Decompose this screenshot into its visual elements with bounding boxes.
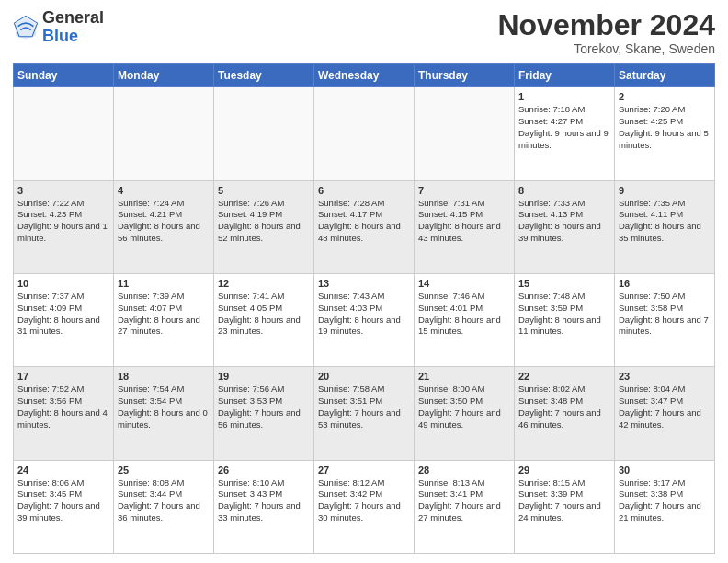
calendar-cell: 1Sunrise: 7:18 AM Sunset: 4:27 PM Daylig… (515, 87, 615, 180)
day-number: 18 (118, 371, 210, 382)
day-info: Sunrise: 8:10 AM Sunset: 3:43 PM Dayligh… (218, 477, 310, 524)
day-info: Sunrise: 7:18 AM Sunset: 4:27 PM Dayligh… (518, 104, 610, 151)
calendar-table: Sunday Monday Tuesday Wednesday Thursday… (13, 63, 715, 554)
day-info: Sunrise: 7:43 AM Sunset: 4:03 PM Dayligh… (318, 291, 410, 338)
week-row-4: 17Sunrise: 7:52 AM Sunset: 3:56 PM Dayli… (14, 367, 715, 460)
calendar-cell: 13Sunrise: 7:43 AM Sunset: 4:03 PM Dayli… (314, 273, 415, 366)
col-tuesday: Tuesday (214, 64, 314, 87)
day-info: Sunrise: 7:35 AM Sunset: 4:11 PM Dayligh… (619, 198, 711, 245)
title-block: November 2024 Torekov, Skane, Sweden (497, 9, 715, 56)
day-number: 19 (218, 371, 310, 382)
calendar-cell: 15Sunrise: 7:48 AM Sunset: 3:59 PM Dayli… (515, 273, 615, 366)
day-number: 23 (619, 371, 711, 382)
month-title: November 2024 (497, 9, 715, 41)
day-info: Sunrise: 7:52 AM Sunset: 3:56 PM Dayligh… (17, 384, 109, 431)
calendar-cell: 19Sunrise: 7:56 AM Sunset: 3:53 PM Dayli… (214, 367, 314, 460)
col-wednesday: Wednesday (314, 64, 415, 87)
calendar-cell: 7Sunrise: 7:31 AM Sunset: 4:15 PM Daylig… (415, 180, 515, 273)
logo-icon (13, 15, 39, 40)
day-number: 5 (218, 185, 310, 196)
day-number: 2 (619, 91, 711, 102)
calendar-cell (214, 87, 314, 180)
calendar-cell (314, 87, 415, 180)
day-info: Sunrise: 7:58 AM Sunset: 3:51 PM Dayligh… (318, 384, 410, 431)
day-number: 11 (118, 278, 210, 289)
day-number: 28 (418, 465, 510, 476)
logo: General Blue (13, 9, 104, 46)
calendar-cell: 22Sunrise: 8:02 AM Sunset: 3:48 PM Dayli… (515, 367, 615, 460)
day-info: Sunrise: 7:28 AM Sunset: 4:17 PM Dayligh… (318, 198, 410, 245)
calendar-cell: 2Sunrise: 7:20 AM Sunset: 4:25 PM Daylig… (615, 87, 715, 180)
location: Torekov, Skane, Sweden (497, 41, 715, 56)
logo-blue: Blue (42, 27, 78, 45)
day-number: 29 (518, 465, 610, 476)
calendar-cell: 9Sunrise: 7:35 AM Sunset: 4:11 PM Daylig… (615, 180, 715, 273)
header: General Blue November 2024 Torekov, Skan… (13, 9, 715, 56)
calendar-cell: 12Sunrise: 7:41 AM Sunset: 4:05 PM Dayli… (214, 273, 314, 366)
day-info: Sunrise: 7:24 AM Sunset: 4:21 PM Dayligh… (118, 198, 210, 245)
day-info: Sunrise: 8:17 AM Sunset: 3:38 PM Dayligh… (619, 477, 711, 524)
calendar-cell (415, 87, 515, 180)
col-thursday: Thursday (415, 64, 515, 87)
day-number: 13 (318, 278, 410, 289)
day-info: Sunrise: 8:08 AM Sunset: 3:44 PM Dayligh… (118, 477, 210, 524)
calendar-cell: 20Sunrise: 7:58 AM Sunset: 3:51 PM Dayli… (314, 367, 415, 460)
day-info: Sunrise: 7:20 AM Sunset: 4:25 PM Dayligh… (619, 104, 711, 151)
week-row-5: 24Sunrise: 8:06 AM Sunset: 3:45 PM Dayli… (14, 460, 715, 553)
day-number: 21 (418, 371, 510, 382)
day-info: Sunrise: 7:26 AM Sunset: 4:19 PM Dayligh… (218, 198, 310, 245)
day-number: 27 (318, 465, 410, 476)
day-number: 4 (118, 185, 210, 196)
day-info: Sunrise: 7:56 AM Sunset: 3:53 PM Dayligh… (218, 384, 310, 431)
day-info: Sunrise: 8:12 AM Sunset: 3:42 PM Dayligh… (318, 477, 410, 524)
day-info: Sunrise: 8:13 AM Sunset: 3:41 PM Dayligh… (418, 477, 510, 524)
day-info: Sunrise: 7:41 AM Sunset: 4:05 PM Dayligh… (218, 291, 310, 338)
calendar-cell: 4Sunrise: 7:24 AM Sunset: 4:21 PM Daylig… (114, 180, 214, 273)
col-monday: Monday (114, 64, 214, 87)
calendar-cell: 24Sunrise: 8:06 AM Sunset: 3:45 PM Dayli… (14, 460, 114, 553)
day-info: Sunrise: 8:00 AM Sunset: 3:50 PM Dayligh… (418, 384, 510, 431)
col-friday: Friday (515, 64, 615, 87)
day-number: 14 (418, 278, 510, 289)
calendar-cell: 8Sunrise: 7:33 AM Sunset: 4:13 PM Daylig… (515, 180, 615, 273)
calendar-cell: 16Sunrise: 7:50 AM Sunset: 3:58 PM Dayli… (615, 273, 715, 366)
calendar-cell (114, 87, 214, 180)
calendar-cell: 18Sunrise: 7:54 AM Sunset: 3:54 PM Dayli… (114, 367, 214, 460)
calendar-cell: 29Sunrise: 8:15 AM Sunset: 3:39 PM Dayli… (515, 460, 615, 553)
calendar-cell: 30Sunrise: 8:17 AM Sunset: 3:38 PM Dayli… (615, 460, 715, 553)
calendar-cell: 27Sunrise: 8:12 AM Sunset: 3:42 PM Dayli… (314, 460, 415, 553)
day-info: Sunrise: 7:54 AM Sunset: 3:54 PM Dayligh… (118, 384, 210, 431)
week-row-3: 10Sunrise: 7:37 AM Sunset: 4:09 PM Dayli… (14, 273, 715, 366)
calendar-cell: 21Sunrise: 8:00 AM Sunset: 3:50 PM Dayli… (415, 367, 515, 460)
day-info: Sunrise: 7:50 AM Sunset: 3:58 PM Dayligh… (619, 291, 711, 338)
day-number: 9 (619, 185, 711, 196)
day-number: 30 (619, 465, 711, 476)
day-number: 17 (17, 371, 109, 382)
day-info: Sunrise: 7:33 AM Sunset: 4:13 PM Dayligh… (518, 198, 610, 245)
day-info: Sunrise: 7:31 AM Sunset: 4:15 PM Dayligh… (418, 198, 510, 245)
calendar-cell: 25Sunrise: 8:08 AM Sunset: 3:44 PM Dayli… (114, 460, 214, 553)
calendar-cell: 11Sunrise: 7:39 AM Sunset: 4:07 PM Dayli… (114, 273, 214, 366)
calendar-cell: 26Sunrise: 8:10 AM Sunset: 3:43 PM Dayli… (214, 460, 314, 553)
day-info: Sunrise: 8:15 AM Sunset: 3:39 PM Dayligh… (518, 477, 610, 524)
day-number: 1 (518, 91, 610, 102)
day-number: 6 (318, 185, 410, 196)
calendar-cell: 28Sunrise: 8:13 AM Sunset: 3:41 PM Dayli… (415, 460, 515, 553)
day-number: 8 (518, 185, 610, 196)
page: General Blue November 2024 Torekov, Skan… (0, 0, 728, 563)
day-info: Sunrise: 7:37 AM Sunset: 4:09 PM Dayligh… (17, 291, 109, 338)
day-number: 10 (17, 278, 109, 289)
calendar-cell: 17Sunrise: 7:52 AM Sunset: 3:56 PM Dayli… (14, 367, 114, 460)
day-number: 15 (518, 278, 610, 289)
day-number: 20 (318, 371, 410, 382)
day-info: Sunrise: 8:06 AM Sunset: 3:45 PM Dayligh… (17, 477, 109, 524)
calendar-cell: 23Sunrise: 8:04 AM Sunset: 3:47 PM Dayli… (615, 367, 715, 460)
week-row-2: 3Sunrise: 7:22 AM Sunset: 4:23 PM Daylig… (14, 180, 715, 273)
calendar-cell: 6Sunrise: 7:28 AM Sunset: 4:17 PM Daylig… (314, 180, 415, 273)
day-info: Sunrise: 7:39 AM Sunset: 4:07 PM Dayligh… (118, 291, 210, 338)
day-number: 3 (17, 185, 109, 196)
day-number: 25 (118, 465, 210, 476)
calendar-cell: 3Sunrise: 7:22 AM Sunset: 4:23 PM Daylig… (14, 180, 114, 273)
calendar-cell: 5Sunrise: 7:26 AM Sunset: 4:19 PM Daylig… (214, 180, 314, 273)
calendar-cell (14, 87, 114, 180)
